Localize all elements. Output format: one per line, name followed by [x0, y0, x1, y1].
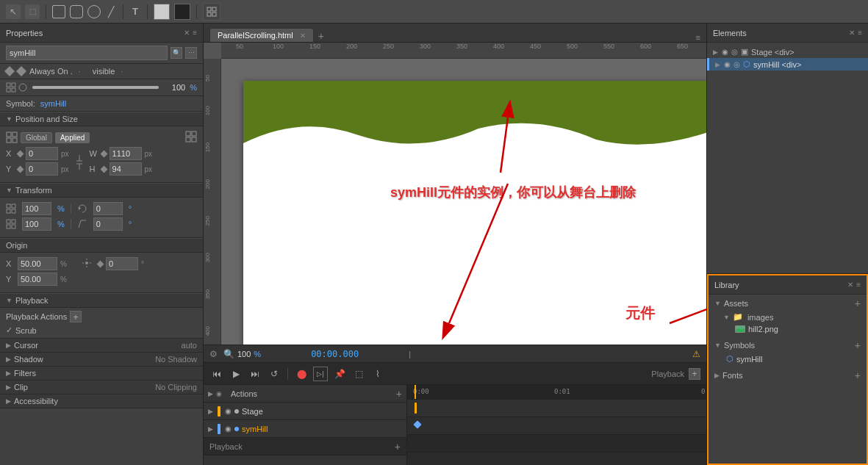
timeline-ruler-area[interactable]: 0:00 0:01 0:02 [407, 385, 706, 465]
symhill-lock-icon[interactable]: ◎ [734, 60, 740, 68]
symhill-visible-icon[interactable]: ◉ [724, 60, 731, 68]
stage-vis-icon[interactable]: ◉ [225, 407, 232, 415]
x-row: X px [6, 147, 69, 160]
section-cursor[interactable]: ▶ Cursor auto [0, 339, 203, 353]
panel-close-icon[interactable]: ✕ [184, 29, 190, 37]
element-row-symhill[interactable]: ▶ ◉ ◎ ⬡ symHill <div> [707, 58, 868, 71]
elements-close-icon[interactable]: ✕ [849, 29, 855, 37]
canvas-area[interactable]: 50 100 150 200 250 300 350 400 450 500 5… [204, 43, 706, 345]
origin-rotate-input[interactable] [106, 257, 138, 270]
tab-parallelscrolling[interactable]: ParallelScrolling.html ✕ [209, 28, 314, 42]
section-filters[interactable]: ▶ Filters [0, 367, 203, 381]
section-accessibility[interactable]: ▶ Accessibility [0, 394, 203, 408]
y-input[interactable] [26, 162, 58, 176]
origin-x-input[interactable] [18, 257, 57, 270]
symbol-search-btn[interactable]: 🔍 [171, 47, 182, 59]
record-btn[interactable]: ⬤ [294, 367, 309, 381]
library-menu-icon[interactable]: ≡ [856, 281, 861, 289]
grid-tool[interactable] [203, 3, 220, 21]
fonts-group-header[interactable]: ▶ Fonts + [709, 368, 867, 383]
rewind-btn[interactable]: ↺ [267, 367, 281, 381]
settings-icon[interactable]: ⚙ [209, 349, 218, 359]
library-item-hill2[interactable]: hill2.png [709, 323, 867, 335]
w-input[interactable] [110, 147, 142, 160]
applied-btn[interactable]: Applied [55, 132, 90, 143]
section-playback[interactable]: ▼ Playback [0, 293, 203, 308]
symhill-expand-icon[interactable]: ▶ [208, 425, 213, 433]
loop-btn[interactable]: ⬚ [351, 367, 366, 381]
x-input[interactable] [26, 147, 58, 160]
section-transform[interactable]: ▼ Transform [0, 183, 203, 198]
scale-y-input[interactable] [22, 217, 51, 231]
timeline-controls: ⏮ ▶ ⏭ ↺ ⬤ ▷| 📌 ⬚ ⌇ Playback + [204, 363, 706, 385]
tab-close-btn[interactable]: ✕ [300, 32, 306, 40]
symbol-ref-text: symHill [40, 99, 66, 108]
library-close-icon[interactable]: ✕ [847, 281, 853, 289]
move-tool[interactable]: ↖ [6, 4, 21, 19]
symhill-expand-el-icon[interactable]: ▶ [715, 61, 721, 68]
symbol-options-btn[interactable]: ⋯ [185, 47, 197, 59]
symhill-vis-icon[interactable]: ◉ [225, 425, 232, 433]
stage-expand-icon[interactable]: ▶ [713, 48, 719, 56]
rotate-x-input[interactable] [93, 202, 123, 215]
fill-color[interactable] [174, 4, 190, 20]
scale-y-icon [6, 219, 16, 229]
stage-visible-icon[interactable]: ◉ [722, 48, 728, 56]
goto-end-btn[interactable]: ⏭ [248, 367, 262, 381]
select-tool[interactable]: ⬚ [25, 4, 40, 19]
svg-rect-9 [7, 132, 11, 137]
text-tool[interactable]: T [129, 6, 141, 17]
element-row-stage[interactable]: ▶ ◉ ◎ ▣ Stage <div> [707, 46, 868, 58]
panel-menu-icon[interactable]: ≡ [193, 29, 197, 37]
tab-menu-icon[interactable]: ≡ [696, 33, 700, 42]
rounded-rect-tool[interactable] [70, 5, 83, 18]
images-group-header[interactable]: ▼ 📁 images [709, 311, 867, 323]
snap-btn[interactable]: ▷| [313, 367, 328, 381]
library-item-symhill[interactable]: ⬡ symHill [709, 353, 867, 365]
section-position-size[interactable]: ▼ Position and Size [0, 112, 203, 126]
new-tab-btn[interactable]: + [318, 30, 324, 42]
symbols-group-header[interactable]: ▼ Symbols + [709, 338, 867, 353]
tl-playhead[interactable] [415, 385, 416, 399]
scale-icon [6, 203, 16, 214]
ruler-mark-50: 50 [236, 43, 243, 50]
scale-x-input[interactable] [22, 202, 51, 215]
origin-rotate-diamond [96, 260, 104, 267]
symbols-add-btn[interactable]: + [855, 339, 861, 351]
origin-y-input[interactable] [18, 273, 57, 286]
elements-header: Elements ✕ ≡ [707, 24, 868, 43]
library-assets-section: ▼ Assets + ▼ 📁 images [709, 295, 867, 336]
section-origin[interactable]: Origin [0, 238, 203, 253]
actions-vis-icon[interactable]: ◉ [216, 390, 222, 397]
h-input[interactable] [110, 162, 142, 176]
ellipse-tool[interactable] [87, 5, 101, 18]
global-btn[interactable]: Global [21, 132, 52, 143]
stroke-color[interactable] [154, 4, 170, 20]
easing-btn[interactable]: ⌇ [370, 367, 385, 381]
opacity-track[interactable] [32, 86, 159, 89]
symbol-name-input[interactable] [6, 46, 168, 60]
add-playback-action-btn[interactable]: + [70, 311, 82, 322]
fonts-add-btn[interactable]: + [855, 370, 861, 381]
rotate-y-input[interactable] [93, 217, 123, 231]
elements-menu-icon[interactable]: ≡ [858, 29, 862, 37]
section-clip[interactable]: ▶ Clip No Clipping [0, 381, 203, 394]
assets-group-header[interactable]: ▼ Assets + [709, 296, 867, 311]
stage-expand-icon[interactable]: ▶ [208, 408, 213, 415]
play-btn[interactable]: ▶ [229, 367, 243, 381]
section-shadow[interactable]: ▶ Shadow No Shadow [0, 353, 203, 367]
playback-add-btn[interactable]: + [395, 441, 401, 453]
stage-lock-icon[interactable]: ◎ [731, 48, 738, 56]
scrub-check[interactable]: ✓ [6, 325, 12, 335]
goto-start-btn[interactable]: ⏮ [209, 367, 224, 381]
line-tool[interactable]: ╱ [105, 6, 117, 18]
tl-add-btn[interactable]: + [689, 368, 700, 380]
svg-rect-18 [12, 204, 15, 208]
actions-add-btn[interactable]: + [396, 388, 402, 400]
expand-actions-icon[interactable]: ▶ [208, 390, 213, 397]
pin-btn[interactable]: 📌 [332, 367, 347, 381]
coord-options-icon[interactable] [185, 131, 197, 143]
stage-element[interactable]: symHill元件的实例，你可以从舞台上删除 元件 [243, 81, 706, 345]
rect-tool[interactable] [52, 5, 65, 18]
assets-add-btn[interactable]: + [855, 298, 861, 309]
